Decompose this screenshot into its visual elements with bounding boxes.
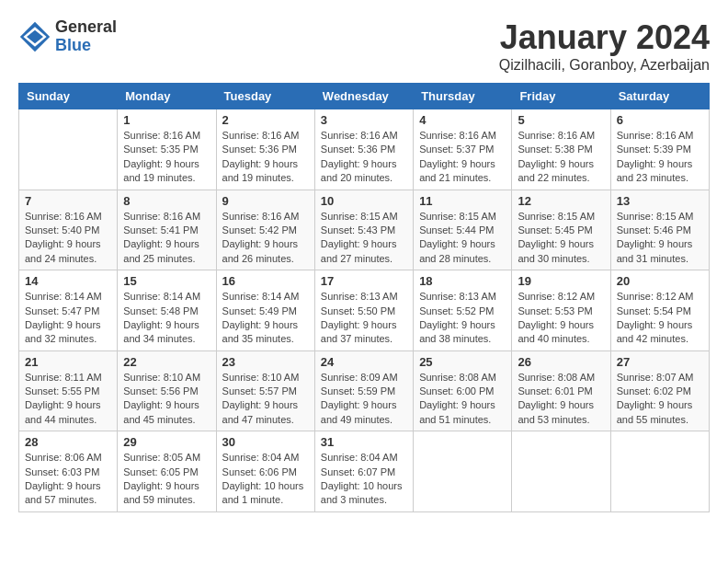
day-number: 18	[419, 274, 506, 288]
calendar-cell: 31Sunrise: 8:04 AM Sunset: 6:07 PM Dayli…	[314, 431, 413, 512]
day-number: 7	[25, 194, 111, 208]
day-detail: Sunrise: 8:10 AM Sunset: 5:57 PM Dayligh…	[222, 371, 309, 428]
day-number: 23	[222, 355, 309, 369]
logo: General Blue	[18, 18, 117, 55]
day-detail: Sunrise: 8:06 AM Sunset: 6:03 PM Dayligh…	[25, 451, 111, 508]
calendar-cell: 24Sunrise: 8:09 AM Sunset: 5:59 PM Dayli…	[314, 350, 413, 431]
calendar-cell: 28Sunrise: 8:06 AM Sunset: 6:03 PM Dayli…	[19, 431, 118, 512]
day-number: 4	[419, 113, 506, 127]
calendar-cell: 3Sunrise: 8:16 AM Sunset: 5:36 PM Daylig…	[314, 109, 413, 190]
calendar-cell	[414, 431, 512, 512]
calendar-cell: 17Sunrise: 8:13 AM Sunset: 5:50 PM Dayli…	[314, 270, 413, 351]
calendar-cell: 8Sunrise: 8:16 AM Sunset: 5:41 PM Daylig…	[118, 190, 216, 270]
day-header-wednesday: Wednesday	[314, 84, 413, 109]
day-header-tuesday: Tuesday	[216, 84, 314, 109]
calendar-cell: 15Sunrise: 8:14 AM Sunset: 5:48 PM Dayli…	[118, 270, 216, 351]
calendar-cell: 9Sunrise: 8:16 AM Sunset: 5:42 PM Daylig…	[216, 190, 314, 270]
calendar-cell: 26Sunrise: 8:08 AM Sunset: 6:01 PM Dayli…	[512, 350, 610, 431]
day-number: 2	[222, 113, 309, 127]
day-number: 3	[321, 113, 407, 127]
day-detail: Sunrise: 8:15 AM Sunset: 5:46 PM Dayligh…	[617, 210, 703, 267]
day-detail: Sunrise: 8:16 AM Sunset: 5:38 PM Dayligh…	[518, 129, 604, 186]
title-area: January 2024 Qizilhacili, Goranboy, Azer…	[499, 18, 710, 74]
day-number: 15	[123, 274, 210, 288]
day-detail: Sunrise: 8:13 AM Sunset: 5:50 PM Dayligh…	[321, 290, 407, 347]
day-number: 28	[25, 435, 111, 449]
day-detail: Sunrise: 8:16 AM Sunset: 5:36 PM Dayligh…	[321, 129, 407, 186]
calendar-cell: 19Sunrise: 8:12 AM Sunset: 5:53 PM Dayli…	[512, 270, 610, 351]
calendar-cell: 13Sunrise: 8:15 AM Sunset: 5:46 PM Dayli…	[610, 190, 709, 270]
day-number: 10	[321, 194, 407, 208]
calendar-cell	[19, 109, 118, 190]
calendar-cell: 5Sunrise: 8:16 AM Sunset: 5:38 PM Daylig…	[512, 109, 610, 190]
day-number: 8	[123, 194, 210, 208]
calendar-cell	[610, 431, 709, 512]
week-row-5: 28Sunrise: 8:06 AM Sunset: 6:03 PM Dayli…	[19, 431, 710, 512]
calendar-cell: 30Sunrise: 8:04 AM Sunset: 6:06 PM Dayli…	[216, 431, 314, 512]
calendar-cell: 1Sunrise: 8:16 AM Sunset: 5:35 PM Daylig…	[118, 109, 216, 190]
day-detail: Sunrise: 8:14 AM Sunset: 5:47 PM Dayligh…	[25, 290, 111, 347]
header: General Blue January 2024 Qizilhacili, G…	[18, 18, 710, 74]
day-detail: Sunrise: 8:04 AM Sunset: 6:07 PM Dayligh…	[321, 451, 407, 508]
week-row-1: 1Sunrise: 8:16 AM Sunset: 5:35 PM Daylig…	[19, 109, 710, 190]
day-header-sunday: Sunday	[19, 84, 118, 109]
calendar-cell: 22Sunrise: 8:10 AM Sunset: 5:56 PM Dayli…	[118, 350, 216, 431]
calendar-cell: 18Sunrise: 8:13 AM Sunset: 5:52 PM Dayli…	[414, 270, 512, 351]
day-detail: Sunrise: 8:16 AM Sunset: 5:37 PM Dayligh…	[419, 129, 506, 186]
logo-icon	[18, 20, 51, 53]
day-number: 12	[518, 194, 604, 208]
month-title: January 2024	[499, 18, 710, 57]
day-detail: Sunrise: 8:14 AM Sunset: 5:49 PM Dayligh…	[222, 290, 309, 347]
calendar-table: SundayMondayTuesdayWednesdayThursdayFrid…	[18, 83, 710, 512]
calendar-cell: 6Sunrise: 8:16 AM Sunset: 5:39 PM Daylig…	[610, 109, 709, 190]
day-header-friday: Friday	[512, 84, 610, 109]
day-number: 14	[25, 274, 111, 288]
logo-general-label: General	[55, 18, 117, 37]
day-number: 22	[123, 355, 210, 369]
day-header-monday: Monday	[118, 84, 216, 109]
day-detail: Sunrise: 8:13 AM Sunset: 5:52 PM Dayligh…	[419, 290, 506, 347]
calendar-cell: 16Sunrise: 8:14 AM Sunset: 5:49 PM Dayli…	[216, 270, 314, 351]
day-number: 20	[617, 274, 703, 288]
calendar-cell: 23Sunrise: 8:10 AM Sunset: 5:57 PM Dayli…	[216, 350, 314, 431]
day-number: 6	[617, 113, 703, 127]
day-number: 21	[25, 355, 111, 369]
day-detail: Sunrise: 8:15 AM Sunset: 5:43 PM Dayligh…	[321, 210, 407, 267]
day-number: 17	[321, 274, 407, 288]
day-detail: Sunrise: 8:09 AM Sunset: 5:59 PM Dayligh…	[321, 371, 407, 428]
calendar-cell: 11Sunrise: 8:15 AM Sunset: 5:44 PM Dayli…	[414, 190, 512, 270]
day-detail: Sunrise: 8:16 AM Sunset: 5:40 PM Dayligh…	[25, 210, 111, 267]
location: Qizilhacili, Goranboy, Azerbaijan	[499, 57, 710, 74]
day-header-thursday: Thursday	[414, 84, 512, 109]
day-number: 16	[222, 274, 309, 288]
week-row-3: 14Sunrise: 8:14 AM Sunset: 5:47 PM Dayli…	[19, 270, 710, 351]
calendar-cell: 12Sunrise: 8:15 AM Sunset: 5:45 PM Dayli…	[512, 190, 610, 270]
calendar-cell: 14Sunrise: 8:14 AM Sunset: 5:47 PM Dayli…	[19, 270, 118, 351]
day-number: 30	[222, 435, 309, 449]
day-detail: Sunrise: 8:16 AM Sunset: 5:36 PM Dayligh…	[222, 129, 309, 186]
day-detail: Sunrise: 8:07 AM Sunset: 6:02 PM Dayligh…	[617, 371, 703, 428]
week-row-2: 7Sunrise: 8:16 AM Sunset: 5:40 PM Daylig…	[19, 190, 710, 270]
calendar-cell: 21Sunrise: 8:11 AM Sunset: 5:55 PM Dayli…	[19, 350, 118, 431]
day-number: 19	[518, 274, 604, 288]
day-number: 13	[617, 194, 703, 208]
day-number: 27	[617, 355, 703, 369]
calendar-cell: 2Sunrise: 8:16 AM Sunset: 5:36 PM Daylig…	[216, 109, 314, 190]
logo-blue-label: Blue	[55, 37, 117, 55]
day-detail: Sunrise: 8:16 AM Sunset: 5:41 PM Dayligh…	[123, 210, 210, 267]
day-detail: Sunrise: 8:15 AM Sunset: 5:45 PM Dayligh…	[518, 210, 604, 267]
day-number: 26	[518, 355, 604, 369]
day-number: 29	[123, 435, 210, 449]
calendar-cell: 10Sunrise: 8:15 AM Sunset: 5:43 PM Dayli…	[314, 190, 413, 270]
day-number: 5	[518, 113, 604, 127]
calendar-cell: 7Sunrise: 8:16 AM Sunset: 5:40 PM Daylig…	[19, 190, 118, 270]
day-number: 31	[321, 435, 407, 449]
day-number: 1	[123, 113, 210, 127]
day-detail: Sunrise: 8:08 AM Sunset: 6:00 PM Dayligh…	[419, 371, 506, 428]
day-detail: Sunrise: 8:05 AM Sunset: 6:05 PM Dayligh…	[123, 451, 210, 508]
day-detail: Sunrise: 8:08 AM Sunset: 6:01 PM Dayligh…	[518, 371, 604, 428]
day-detail: Sunrise: 8:14 AM Sunset: 5:48 PM Dayligh…	[123, 290, 210, 347]
day-detail: Sunrise: 8:04 AM Sunset: 6:06 PM Dayligh…	[222, 451, 309, 508]
day-header-saturday: Saturday	[610, 84, 709, 109]
header-row: SundayMondayTuesdayWednesdayThursdayFrid…	[19, 84, 710, 109]
